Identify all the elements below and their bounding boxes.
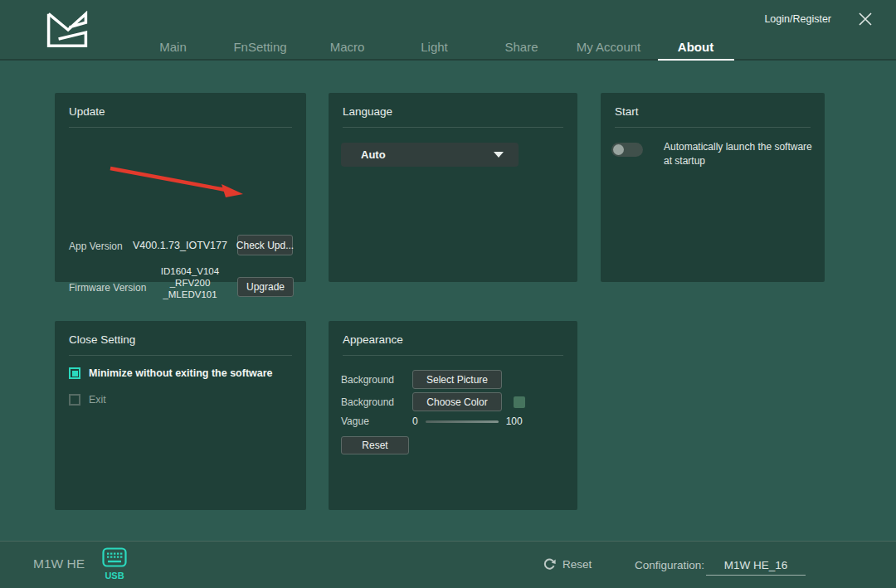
vague-label: Vague — [341, 415, 412, 427]
firmware-version-label: Firmware Version — [69, 282, 146, 294]
nav-tab-share[interactable]: Share — [478, 40, 565, 61]
device-name: M1W HE — [33, 556, 85, 571]
usb-keyboard-icon — [102, 547, 127, 567]
background-picture-row: Background Select Picture — [341, 370, 502, 389]
refresh-icon — [543, 558, 556, 571]
nav-tab-about[interactable]: About — [652, 40, 739, 61]
background-color-row: Background Choose Color — [341, 392, 525, 411]
login-register-link[interactable]: Login/Register — [764, 13, 831, 25]
divider — [69, 127, 292, 128]
start-panel: Start Automatically launch the software … — [601, 93, 825, 282]
background-picture-label: Background — [341, 374, 412, 386]
autostart-toggle[interactable] — [611, 143, 643, 157]
language-select[interactable]: Auto — [341, 143, 519, 167]
top-bar: Main FnSetting Macro Light Share My Acco… — [0, 0, 896, 61]
slider-min-value: 0 — [412, 415, 418, 427]
color-swatch — [514, 396, 525, 408]
vague-slider-row: Vague 0 100 — [341, 415, 523, 427]
divider — [343, 127, 563, 128]
update-panel: Update App Version V400.1.73_IOTV177 Che… — [55, 93, 306, 282]
nav-tab-fnsetting[interactable]: FnSetting — [217, 40, 304, 61]
usb-label: USB — [101, 571, 128, 581]
nav-tab-main[interactable]: Main — [129, 40, 217, 61]
update-panel-title: Update — [69, 105, 105, 118]
nav-tab-light[interactable]: Light — [391, 40, 478, 61]
status-bar: M1W HE USB Reset — [0, 541, 896, 588]
start-panel-title: Start — [615, 105, 639, 118]
configuration-group: Configuration: M1W HE_16 — [635, 559, 806, 576]
app-version-value: V400.1.73_IOTV177 — [133, 240, 227, 251]
connection-indicator: USB — [101, 547, 128, 581]
slider-max-value: 100 — [506, 415, 523, 427]
nav-tab-macro[interactable]: Macro — [304, 40, 391, 61]
toggle-knob — [613, 144, 624, 155]
background-color-label: Background — [341, 396, 412, 408]
app-window: Main FnSetting Macro Light Share My Acco… — [0, 0, 896, 588]
main-nav: Main FnSetting Macro Light Share My Acco… — [129, 40, 740, 61]
firmware-line: ID1604_V104 — [142, 265, 238, 277]
select-picture-button[interactable]: Select Picture — [412, 370, 502, 389]
exit-option-row: Exit — [69, 394, 106, 406]
vague-slider[interactable] — [426, 420, 499, 423]
minimize-checkbox[interactable] — [69, 367, 80, 379]
minimize-option-row: Minimize without exiting the software — [69, 367, 273, 379]
minimize-label: Minimize without exiting the software — [89, 367, 273, 379]
checkbox-fill — [72, 371, 78, 377]
check-update-button[interactable]: Check Upd... — [237, 235, 293, 255]
divider — [615, 127, 811, 128]
exit-label: Exit — [89, 394, 106, 406]
appearance-panel-title: Appearance — [343, 333, 403, 346]
autostart-label: Automatically launch the software at sta… — [664, 140, 813, 168]
upgrade-button[interactable]: Upgrade — [237, 277, 294, 297]
choose-color-button[interactable]: Choose Color — [412, 392, 502, 411]
language-panel-title: Language — [343, 105, 392, 118]
language-selected-value: Auto — [361, 143, 386, 167]
appearance-panel: Appearance Background Select Picture Bac… — [329, 321, 577, 510]
app-version-label: App Version — [69, 241, 123, 252]
configuration-value-field[interactable]: M1W HE_16 — [706, 559, 806, 576]
brand-logo-icon — [46, 11, 88, 49]
close-setting-panel-title: Close Setting — [69, 333, 135, 346]
divider — [69, 355, 292, 356]
configuration-label: Configuration: — [635, 559, 704, 571]
language-panel: Language Auto — [329, 93, 577, 282]
exit-checkbox[interactable] — [69, 394, 80, 406]
close-icon[interactable] — [858, 12, 873, 27]
appearance-reset-button[interactable]: Reset — [341, 436, 409, 454]
nav-tab-my-account[interactable]: My Account — [565, 40, 652, 61]
footer-reset-label: Reset — [562, 558, 592, 571]
footer-reset-button[interactable]: Reset — [543, 558, 592, 571]
firmware-version-value: ID1604_V104 _RFV200 _MLEDV101 — [142, 265, 238, 300]
firmware-line: _MLEDV101 — [142, 289, 238, 300]
divider — [343, 355, 563, 356]
close-setting-panel: Close Setting Minimize without exiting t… — [55, 321, 306, 510]
caret-down-icon — [494, 152, 504, 158]
firmware-line: _RFV200 — [142, 277, 238, 289]
